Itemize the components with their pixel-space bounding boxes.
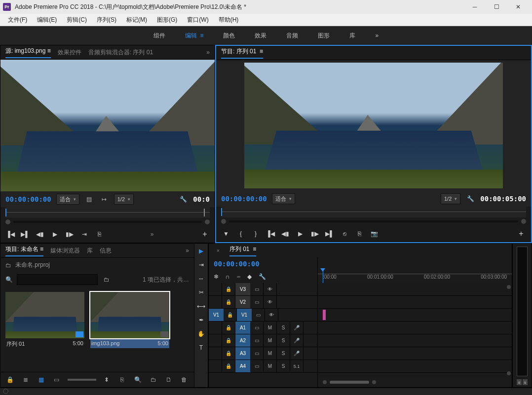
menu-clip[interactable]: 剪辑(C) — [62, 15, 92, 25]
mute-button[interactable]: M — [264, 322, 277, 334]
mark-in-button[interactable]: ▐◀ — [5, 229, 15, 239]
razor-tool-icon[interactable]: ✂ — [197, 288, 206, 297]
solo-button[interactable]: S — [277, 322, 290, 334]
tab-program[interactable]: 节目: 序列 01 ≡ — [221, 47, 263, 59]
lock-icon[interactable]: 🔒 — [224, 309, 237, 321]
toggle-output-icon[interactable]: ▭ — [250, 322, 264, 334]
workspace-assembly[interactable]: 组件 — [149, 29, 170, 43]
tab-info[interactable]: 信息 — [100, 247, 112, 255]
thumbnail-size-slider[interactable] — [68, 379, 96, 381]
mark-out-button[interactable]: ▶▌ — [20, 229, 30, 239]
workspace-libraries[interactable]: 库 — [344, 29, 360, 43]
insert-button[interactable]: ⇥ — [79, 229, 89, 239]
voiceover-icon[interactable]: 🎤 — [290, 334, 304, 347]
timeline-lanes[interactable] — [318, 283, 512, 377]
source-settings-icon[interactable]: ▤ — [84, 194, 94, 204]
button-editor-icon[interactable]: + — [516, 229, 526, 239]
lock-icon[interactable]: 🔒 — [222, 296, 235, 308]
workspace-graphics[interactable]: 图形 — [313, 29, 335, 43]
type-tool-icon[interactable]: T — [197, 343, 206, 352]
icon-view-icon[interactable]: ▦ — [37, 375, 46, 385]
vertical-scrollbar[interactable] — [507, 285, 511, 375]
pen-tool-icon[interactable]: ✒ — [197, 316, 206, 324]
menu-help[interactable]: 帮助(H) — [214, 15, 244, 25]
filter-bin-icon[interactable]: 🗀 — [102, 275, 112, 285]
step-forward-button[interactable]: ▮▶ — [310, 229, 320, 239]
play-button[interactable]: ▶ — [50, 229, 60, 239]
eye-icon[interactable]: 👁 — [265, 309, 278, 321]
tab-project[interactable]: 项目: 未命名 ≡ — [5, 245, 43, 256]
list-view-icon[interactable]: ≣ — [21, 375, 30, 385]
toggle-output-icon[interactable]: ▭ — [252, 309, 265, 321]
ripple-edit-tool-icon[interactable]: ↔ — [197, 274, 206, 283]
program-timecode[interactable]: 00:00:00:00 — [221, 195, 267, 203]
lock-icon[interactable]: 🔒 — [222, 334, 235, 347]
write-toggle-icon[interactable]: 🔒 — [5, 375, 15, 385]
program-fit-dropdown[interactable]: 适合▾ — [272, 193, 295, 204]
toggle-output-icon[interactable]: ▭ — [250, 360, 264, 372]
export-frame-button[interactable]: 📷 — [369, 229, 379, 239]
workspace-effects[interactable]: 效果 — [250, 29, 271, 43]
slip-tool-icon[interactable]: ⟷ — [197, 302, 206, 311]
track-header-v2[interactable]: 🔒V2▭👁 — [209, 296, 317, 309]
new-bin-icon[interactable]: 🗀 — [149, 375, 158, 385]
track-header-a1[interactable]: 🔒A1▭MS🎤 — [209, 322, 317, 334]
source-fit-dropdown[interactable]: 适合▾ — [56, 194, 79, 205]
track-header-a3[interactable]: 🔒A3▭MS🎤 — [209, 347, 317, 360]
tab-libraries[interactable]: 库 — [87, 247, 93, 255]
toggle-output-icon[interactable]: ▭ — [250, 334, 264, 347]
lock-icon[interactable]: 🔒 — [222, 283, 235, 295]
voiceover-icon[interactable]: 🎤 — [290, 347, 304, 359]
solo-button[interactable]: S — [277, 334, 290, 347]
program-preview[interactable] — [216, 60, 531, 191]
close-sequence-icon[interactable]: × — [214, 248, 223, 253]
selection-tool-icon[interactable]: ▶ — [197, 247, 206, 255]
toggle-output-icon[interactable]: ▭ — [250, 347, 264, 359]
solo-button[interactable]: S — [277, 360, 290, 372]
freeform-view-icon[interactable]: ▭ — [52, 375, 61, 385]
mute-button[interactable]: M — [264, 347, 277, 359]
toggle-output-icon[interactable]: ▭ — [250, 283, 264, 295]
tab-source[interactable]: 源: img103.png ≡ — [5, 47, 51, 58]
menu-window[interactable]: 窗口(W) — [182, 15, 213, 25]
source-scrub-bar[interactable] — [5, 207, 210, 218]
lock-icon[interactable]: 🔒 — [222, 322, 235, 334]
voiceover-icon[interactable]: 🎤 — [290, 322, 304, 334]
panel-overflow-icon[interactable]: » — [206, 49, 210, 56]
timeline-timecode[interactable]: 00:00:00:00 — [214, 260, 260, 268]
menu-graphics[interactable]: 图形(G) — [152, 15, 182, 25]
program-wrench-icon[interactable]: 🔧 — [465, 194, 475, 204]
settings-icon[interactable]: 🔧 — [259, 273, 266, 280]
toggle-output-icon[interactable]: ▭ — [250, 296, 264, 308]
track-header-v3[interactable]: 🔒V3▭👁 — [209, 283, 317, 296]
add-marker-button[interactable]: ▼ — [221, 229, 231, 239]
transport-overflow[interactable]: » — [151, 231, 154, 238]
eye-icon[interactable]: 👁 — [264, 283, 277, 295]
overwrite-button[interactable]: ⎘ — [94, 229, 104, 239]
menu-markers[interactable]: 标记(M) — [121, 15, 152, 25]
menu-edit[interactable]: 编辑(E) — [32, 15, 62, 25]
workspace-overflow[interactable]: » — [370, 29, 383, 42]
find-icon[interactable]: 🔍 — [133, 375, 143, 385]
source-patch-v1[interactable]: V1 — [209, 309, 224, 321]
workspace-audio[interactable]: 音频 — [281, 29, 303, 43]
snap-icon[interactable]: ❄ — [214, 273, 219, 280]
marker-icon[interactable]: ◆ — [247, 273, 252, 280]
timeline-ruler[interactable]: :00:00 00:01:00:00 00:02:00:00 00:03:00:… — [318, 257, 512, 283]
project-item-image[interactable]: img103.png5:00 — [90, 292, 169, 367]
project-item-sequence[interactable]: 序列 015:00 — [5, 292, 84, 367]
workspace-editing[interactable]: 编辑 ≡ — [180, 29, 209, 43]
linked-selection-icon[interactable]: ⎓ — [237, 273, 240, 280]
source-arrow-icon[interactable]: ↦ — [99, 194, 109, 204]
mark-in-button[interactable]: { — [236, 229, 246, 239]
menu-file[interactable]: 文件(F) — [3, 15, 32, 25]
workspace-color[interactable]: 颜色 — [218, 29, 240, 43]
sort-icon[interactable]: ⬍ — [102, 375, 112, 385]
lock-icon[interactable]: 🔒 — [222, 360, 235, 372]
new-item-icon[interactable]: 🗋 — [164, 375, 173, 385]
automate-icon[interactable]: ⎘ — [117, 375, 127, 385]
source-resolution-dropdown[interactable]: 1/2▾ — [114, 194, 134, 205]
mark-out-button[interactable]: } — [251, 229, 261, 239]
magnet-icon[interactable]: ∩ — [226, 273, 230, 280]
track-header-v1[interactable]: V1🔒V1▭👁 — [209, 309, 317, 322]
